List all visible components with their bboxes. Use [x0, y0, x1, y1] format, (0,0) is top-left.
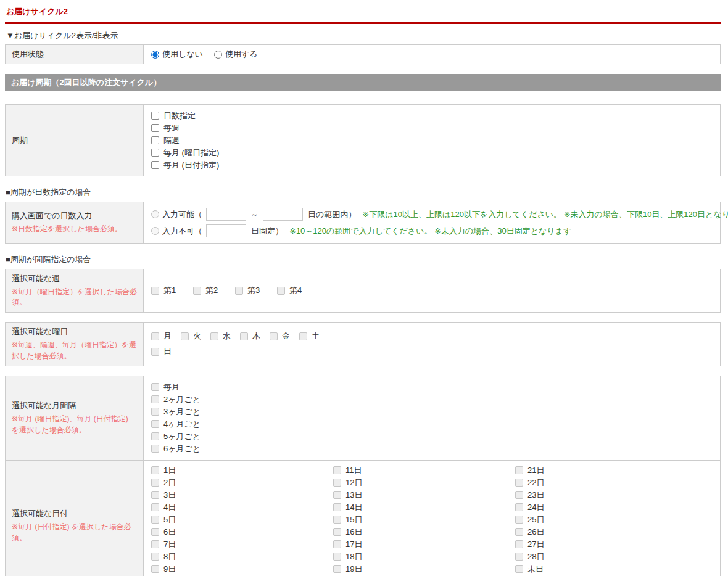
date-option: 15日 [333, 514, 515, 526]
date-option: 6日 [151, 526, 333, 538]
checkbox-icon[interactable] [151, 112, 159, 120]
date-option-label: 24日 [527, 502, 544, 513]
checkbox-icon[interactable] [151, 161, 159, 169]
checkbox-icon[interactable] [151, 124, 159, 132]
checkbox-disabled-icon [151, 445, 159, 453]
weekday-checkbox-list: 月 火 水 [151, 331, 342, 357]
usage-label: 使用状態 [12, 49, 137, 60]
date-option: 3日 [151, 489, 333, 501]
page-title: お届けサイクル2 [5, 5, 716, 17]
weekday-option: 水 [210, 331, 240, 342]
monthly-note: ※毎月 (曜日指定)、毎月 (日付指定) を選択した場合必須。 [12, 414, 137, 435]
date-option-label: 8日 [163, 551, 176, 562]
date-option-label: 1日 [163, 465, 176, 476]
checkbox-disabled-icon [151, 348, 159, 356]
days-input-row: 購入画面での日数入力 ※日数指定を選択した場合必須。 入力可能（ ～ 日の範囲内… [6, 202, 720, 243]
date-option: 17日 [333, 538, 515, 551]
page: お届けサイクル2 ▼お届けサイクル2表示/非表示 使用状態 使用しない 使用する [0, 0, 722, 576]
monthly-value-cell: 毎月 2ヶ月ごと 3ヶ月ごと [144, 376, 720, 460]
section-visibility-toggle[interactable]: ▼お届けサイクル2表示/非表示 [6, 30, 716, 41]
date-option-label: 3日 [163, 490, 176, 501]
weekday-table: 選択可能な曜日 ※毎週、隔週、毎月（曜日指定）を選択した場合必須。 月 火 [5, 322, 721, 366]
days-range-suffix: 日の範囲内） [308, 209, 356, 220]
checkbox-disabled-icon [515, 516, 523, 524]
date-option: 11日 [333, 464, 515, 477]
monthly-label: 選択可能な月間隔 [12, 400, 137, 411]
checkbox-disabled-icon [515, 528, 523, 536]
monthly-option: 6ヶ月ごと [151, 443, 713, 455]
date-option-label: 4日 [163, 502, 176, 513]
checkbox-disabled-icon [151, 516, 159, 524]
weekday-option: 金 [270, 331, 299, 342]
checkbox-disabled-icon [515, 491, 523, 499]
cycle-option-label: 毎月 (日付指定) [163, 160, 219, 171]
usage-option-disable[interactable]: 使用しない [151, 49, 203, 60]
radio-unchecked-icon[interactable] [214, 51, 222, 59]
cycle-option[interactable]: 毎週 [151, 122, 713, 134]
radio-checked-icon[interactable] [151, 51, 159, 59]
week-label: 選択可能な週 [12, 273, 137, 284]
cycle-option-label: 毎週 [163, 123, 180, 134]
weekday-label: 選択可能な曜日 [12, 326, 137, 337]
date-option: 25日 [515, 514, 544, 526]
cycle-option[interactable]: 毎月 (曜日指定) [151, 147, 713, 159]
checkbox-disabled-icon [151, 540, 159, 548]
week-option: 第3 [235, 285, 270, 296]
usage-table: 使用状態 使用しない 使用する [5, 44, 721, 64]
date-option-label: 19日 [345, 564, 362, 575]
date-option: 12日 [333, 477, 515, 489]
days-range-max-input [263, 208, 303, 221]
date-option: 2日 [151, 477, 333, 489]
week-table: 選択可能な週 ※毎月（曜日指定）を選択した場合必須。 第1 第2 [5, 269, 721, 313]
checkbox-icon[interactable] [151, 149, 159, 157]
cycle-option[interactable]: 隔週 [151, 134, 713, 147]
date-option-label: 5日 [163, 514, 176, 525]
date-option: 24日 [515, 501, 544, 514]
checkbox-disabled-icon [333, 466, 341, 474]
usage-option-enable[interactable]: 使用する [214, 49, 258, 60]
monthly-row: 選択可能な月間隔 ※毎月 (曜日指定)、毎月 (日付指定) を選択した場合必須。… [6, 376, 720, 460]
section-header-bar: お届け周期（2回目以降の注文サイクル） [5, 74, 721, 91]
date-option: 14日 [333, 501, 515, 514]
weekday-option-label: 火 [193, 331, 201, 342]
weekday-option-label: 日 [163, 346, 172, 357]
days-fixed-suffix: 日固定） [251, 226, 283, 237]
days-range-min-input [206, 208, 246, 221]
checkbox-disabled-icon [151, 565, 159, 573]
days-range-option-label: 入力可能（ [162, 209, 202, 220]
date-option: 26日 [515, 526, 544, 538]
date-option-label: 25日 [527, 514, 544, 525]
date-option: 19日 [333, 563, 515, 575]
days-fixed-input [206, 224, 246, 237]
checkbox-disabled-icon [515, 540, 523, 548]
checkbox-disabled-icon [333, 503, 341, 511]
checkbox-disabled-icon [151, 287, 159, 295]
weekday-note: ※毎週、隔週、毎月（曜日指定）を選択した場合必須。 [12, 340, 137, 361]
week-option: 第1 [151, 285, 186, 296]
checkbox-disabled-icon [515, 553, 523, 561]
usage-label-cell: 使用状態 [6, 45, 144, 64]
interval-section-heading: ■周期が間隔指定の場合 [6, 254, 716, 265]
days-fixed-help-text: ※10～120の範囲で入力してください。 ※未入力の場合、30日固定となります [289, 226, 571, 237]
date-option: 5日 [151, 514, 333, 526]
date-option: 4日 [151, 501, 333, 514]
cycle-checkbox-list: 日数指定 毎週 隔週 [151, 110, 713, 171]
week-option-label: 第1 [163, 285, 176, 296]
checkbox-disabled-icon [277, 287, 285, 295]
weekday-label-cell: 選択可能な曜日 ※毎週、隔週、毎月（曜日指定）を選択した場合必須。 [6, 323, 144, 366]
usage-option-label: 使用する [225, 49, 258, 60]
date-option: 27日 [515, 538, 544, 551]
cycle-option[interactable]: 日数指定 [151, 110, 713, 122]
checkbox-disabled-icon [151, 420, 159, 428]
checkbox-icon[interactable] [151, 136, 159, 144]
weekday-option-label: 金 [282, 331, 290, 342]
cycle-option[interactable]: 毎月 (日付指定) [151, 159, 713, 171]
cycle-option-label: 毎月 (曜日指定) [163, 147, 219, 158]
weekday-row: 選択可能な曜日 ※毎週、隔週、毎月（曜日指定）を選択した場合必須。 月 火 [6, 323, 720, 366]
date-option: 1日 [151, 464, 333, 477]
checkbox-disabled-icon [151, 491, 159, 499]
date-option-label: 26日 [527, 527, 544, 538]
dates-note: ※毎月 (日付指定) を選択した場合必須。 [12, 522, 137, 543]
date-option-label: 18日 [345, 551, 362, 562]
date-option: 23日 [515, 489, 544, 501]
